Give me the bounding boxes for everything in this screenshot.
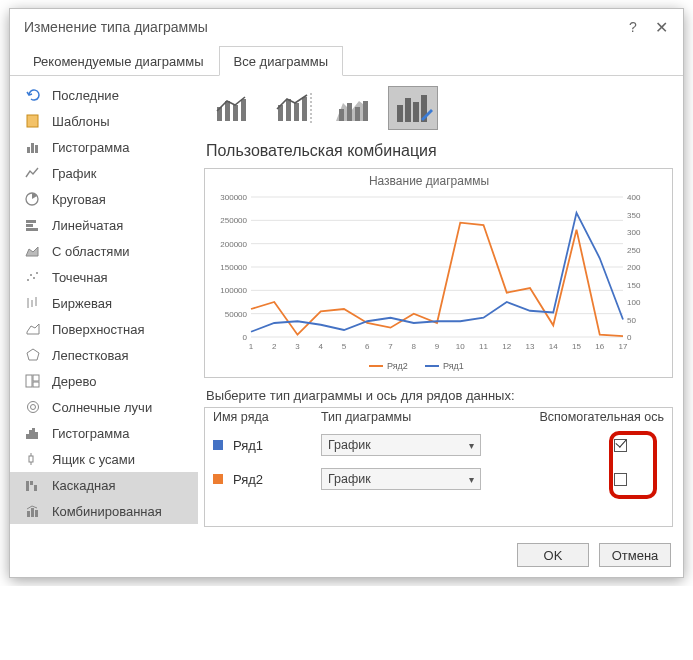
series-table: Имя ряда Тип диаграммы Вспомогательная о…	[204, 407, 673, 527]
svg-text:50: 50	[627, 316, 636, 325]
col-header-name: Имя ряда	[213, 410, 321, 424]
svg-rect-42	[294, 103, 299, 121]
svg-rect-52	[413, 102, 419, 122]
series1-swatch	[213, 440, 223, 450]
sidebar-item-treemap[interactable]: Дерево	[10, 368, 198, 394]
series2-secondary-axis-checkbox[interactable]	[614, 473, 627, 486]
svg-rect-20	[33, 382, 39, 387]
stock-chart-icon	[24, 295, 42, 311]
svg-text:400: 400	[627, 193, 641, 202]
svg-rect-34	[31, 508, 34, 517]
subtype-clustered-line[interactable]	[208, 86, 258, 130]
sidebar-item-column[interactable]: Гистограмма	[10, 134, 198, 160]
histogram-icon	[24, 425, 42, 441]
pie-chart-icon	[24, 191, 42, 207]
sidebar-item-combo[interactable]: Комбинированная	[10, 498, 198, 524]
svg-rect-7	[26, 228, 38, 231]
titlebar: Изменение типа диаграммы ? ✕	[10, 9, 683, 45]
svg-text:250000: 250000	[220, 216, 247, 225]
series1-type-select[interactable]: График ▾	[321, 434, 481, 456]
svg-rect-3	[35, 145, 38, 153]
series-row-1: Ряд1 График ▾	[205, 428, 672, 462]
svg-text:150: 150	[627, 281, 641, 290]
sidebar-item-scatter[interactable]: Точечная	[10, 264, 198, 290]
svg-point-11	[33, 277, 35, 279]
help-button[interactable]: ?	[619, 19, 647, 35]
svg-text:17: 17	[619, 342, 628, 351]
svg-text:6: 6	[365, 342, 370, 351]
svg-rect-49	[363, 101, 368, 121]
surface-chart-icon	[24, 321, 42, 337]
svg-text:300000: 300000	[220, 193, 247, 202]
col-header-type: Тип диаграммы	[321, 410, 534, 424]
svg-text:350: 350	[627, 211, 641, 220]
svg-text:1: 1	[249, 342, 254, 351]
svg-rect-51	[405, 98, 411, 122]
svg-rect-47	[347, 103, 352, 121]
sidebar-item-recent[interactable]: Последние	[10, 82, 198, 108]
sidebar-item-templates[interactable]: Шаблоны	[10, 108, 198, 134]
svg-rect-39	[241, 99, 246, 121]
combo-chart-icon	[24, 503, 42, 519]
series2-swatch	[213, 474, 223, 484]
subtype-stacked-area[interactable]	[328, 86, 378, 130]
svg-rect-27	[29, 456, 33, 462]
svg-text:16: 16	[595, 342, 604, 351]
svg-rect-18	[26, 375, 32, 387]
svg-text:11: 11	[479, 342, 488, 351]
column-chart-icon	[24, 139, 42, 155]
series1-name: Ряд1	[233, 438, 321, 453]
series-instruction: Выберите тип диаграммы и ось для рядов д…	[206, 388, 673, 403]
sidebar-item-sunburst[interactable]: Солнечные лучи	[10, 394, 198, 420]
svg-marker-8	[26, 247, 38, 256]
col-header-aux: Вспомогательная ось	[534, 410, 664, 424]
sunburst-icon	[24, 399, 42, 415]
svg-marker-16	[27, 324, 39, 334]
svg-text:100: 100	[627, 298, 641, 307]
svg-rect-41	[286, 99, 291, 121]
svg-rect-37	[225, 101, 230, 121]
sidebar-item-pie[interactable]: Круговая	[10, 186, 198, 212]
svg-rect-26	[35, 432, 38, 439]
svg-text:14: 14	[549, 342, 558, 351]
svg-rect-23	[26, 434, 29, 439]
svg-point-10	[30, 274, 32, 276]
series1-secondary-axis-checkbox[interactable]	[614, 439, 627, 452]
subtype-row	[204, 82, 673, 140]
combo-line-chart: Название диаграммы0500001000001500002000…	[205, 169, 653, 377]
svg-text:9: 9	[435, 342, 440, 351]
svg-rect-50	[397, 105, 403, 122]
svg-text:300: 300	[627, 228, 641, 237]
svg-text:10: 10	[456, 342, 465, 351]
sidebar-item-waterfall[interactable]: Каскадная	[10, 472, 198, 498]
svg-text:2: 2	[272, 342, 277, 351]
section-title: Пользовательская комбинация	[206, 142, 673, 160]
svg-rect-46	[339, 109, 344, 121]
subtype-stacked-line[interactable]	[268, 86, 318, 130]
svg-point-9	[27, 279, 29, 281]
series2-type-select[interactable]: График ▾	[321, 468, 481, 490]
svg-rect-31	[30, 481, 33, 485]
svg-rect-24	[29, 430, 32, 439]
series2-name: Ряд2	[233, 472, 321, 487]
tab-recommended[interactable]: Рекомендуемые диаграммы	[18, 46, 219, 76]
ok-button[interactable]: OK	[517, 543, 589, 567]
subtype-custom[interactable]	[388, 86, 438, 130]
sidebar-item-boxwhisker[interactable]: Ящик с усами	[10, 446, 198, 472]
sidebar-item-bar[interactable]: Линейчатая	[10, 212, 198, 238]
sidebar-item-surface[interactable]: Поверхностная	[10, 316, 198, 342]
cancel-button[interactable]: Отмена	[599, 543, 671, 567]
svg-point-22	[28, 402, 39, 413]
svg-text:Ряд2: Ряд2	[387, 361, 408, 371]
svg-rect-48	[355, 107, 360, 121]
sidebar-item-histogram[interactable]: Гистограмма	[10, 420, 198, 446]
close-button[interactable]: ✕	[647, 18, 675, 37]
sidebar-item-radar[interactable]: Лепестковая	[10, 342, 198, 368]
tab-all-charts[interactable]: Все диаграммы	[219, 46, 344, 76]
sidebar-item-area[interactable]: С областями	[10, 238, 198, 264]
scatter-chart-icon	[24, 269, 42, 285]
sidebar-item-line[interactable]: График	[10, 160, 198, 186]
sidebar-item-stock[interactable]: Биржевая	[10, 290, 198, 316]
recent-icon	[24, 87, 42, 103]
svg-marker-17	[27, 349, 39, 360]
